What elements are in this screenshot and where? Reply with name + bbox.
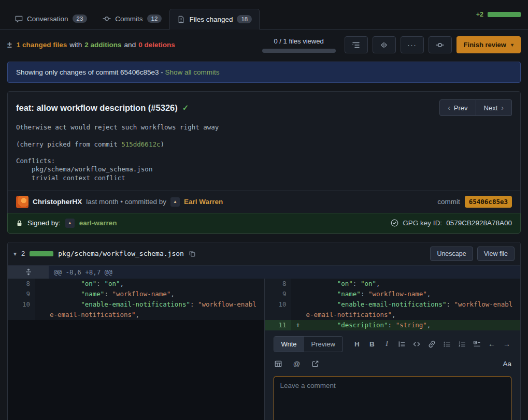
signer-avatar[interactable]: ▲ [65,219,75,228]
new-code-line: "enable-email-notifications": "workflow-… [305,299,521,320]
next-label: Next [484,104,498,112]
task-list-icon[interactable] [472,339,481,349]
finish-review-label: Finish review [464,41,506,49]
bullet-list-icon[interactable] [442,339,451,349]
comment-icon [15,15,23,23]
files-viewed-progress: 0 / 1 files viewed [262,37,336,53]
line-marker [291,299,305,320]
view-file-button[interactable]: View file [477,247,515,261]
numbered-list-icon[interactable] [457,339,466,349]
tab-conversation-label: Conversation [27,15,68,23]
line-marker [35,320,49,330]
markdown-toolbar: H B I [352,339,511,349]
quote-icon[interactable] [397,339,407,349]
table-icon[interactable] [274,359,283,369]
tab-commits[interactable]: Commits 12 [95,8,169,29]
commit-panel: feat: allow workflow description (#5326)… [7,91,521,213]
finish-review-button[interactable]: Finish review ▾ [456,36,521,53]
files-viewed-bar [262,49,336,53]
inline-comment-row: Write Preview H B I [8,330,520,420]
lock-icon [16,220,23,227]
caret-down-icon: ▾ [511,42,513,48]
commit-meta-text: last month • committed by [86,198,166,206]
commit-label: commit [437,198,460,206]
old-line-number[interactable]: 10 [8,299,35,320]
plus-minus-icon: ± [7,40,12,50]
new-code-line: "name": "workflow-name", [305,289,521,299]
plain-editor-toggle[interactable]: Aa [503,360,511,368]
commit-icon [103,15,111,23]
new-line-number[interactable]: 9 [264,289,291,299]
line-marker [35,279,49,289]
file-tree-icon [352,41,360,49]
commit-hash-block: commit 65406c85e3 [437,196,512,208]
reference-icon[interactable] [311,359,320,369]
deletions-count: 0 deletions [138,41,175,49]
chevron-left-icon: ‹ [448,104,450,112]
commit-title: feat: allow workflow description (#5326)… [16,103,189,113]
old-code-line: "enable-email-notifications": "workflow-… [49,299,264,320]
link-icon[interactable] [427,339,436,349]
code-icon[interactable] [412,339,421,349]
pr-diff-stats: +2 [476,11,521,18]
commit-meta-row: ChristopherHX last month • committed by … [8,191,520,213]
next-commit-button[interactable]: Next › [476,99,512,116]
gpg-signed-banner: Signed by: ▲ earl-warren GPG key ID: 057… [7,213,521,234]
diff-options-button[interactable]: ··· [401,36,424,53]
pr-files-changed-page: Conversation 23 Commits 12 Files changed… [0,0,528,420]
write-tab[interactable]: Write [274,337,304,352]
file-diffstat-bar [30,251,53,256]
added-code-line: "description": "string", [305,320,521,330]
prev-label: Prev [454,104,468,112]
preview-tab[interactable]: Preview [304,337,343,352]
ellipsis-icon: ··· [407,40,417,49]
expand-hunk-button[interactable] [8,266,49,279]
author-name-link[interactable]: ChristopherHX [33,198,82,206]
committer-avatar[interactable]: ▲ [170,197,180,207]
bold-icon[interactable]: B [367,339,377,349]
copy-path-icon[interactable] [189,250,196,257]
hunk-header-text: @@ -8,6 +8,7 @@ [49,266,520,279]
mention-icon[interactable]: @ [292,359,302,369]
diff-toolbar-actions: 0 / 1 files viewed ··· [262,36,521,53]
prev-commit-button[interactable]: ‹ Prev [439,99,476,116]
author-avatar[interactable] [16,196,28,208]
old-line-number[interactable]: 8 [8,279,35,289]
file-path-link[interactable]: pkg/schema/workflow_schema.json [58,250,184,257]
commit-icon [436,41,444,49]
file-diff-header: ▾ 2 pkg/schema/workflow_schema.json Unes… [8,242,520,265]
new-line-number[interactable]: 10 [264,299,291,320]
commit-header: feat: allow workflow description (#5326)… [8,92,520,118]
unescape-button[interactable]: Unescape [430,247,473,261]
file-diff-panel: ▾ 2 pkg/schema/workflow_schema.json Unes… [7,242,521,420]
review-commit-button[interactable] [429,36,452,53]
unfold-lines-icon [25,268,32,276]
chevron-right-icon: › [501,104,504,112]
commits-count-badge: 12 [147,15,162,23]
comment-input[interactable] [274,376,512,420]
new-line-number[interactable]: 8 [264,279,291,289]
italic-icon[interactable]: I [382,339,392,349]
commit-nav-buttons: ‹ Prev Next › [439,99,512,116]
old-line-number[interactable]: 9 [8,289,35,299]
commit-hash-badge[interactable]: 65406c85e3 [465,196,512,208]
new-line-number[interactable]: 11 [264,320,291,330]
show-all-commits-link[interactable]: Show all commits [165,68,219,76]
file-actions: Unescape View file [430,247,515,261]
fold-file-chevron-down-icon[interactable]: ▾ [13,250,17,257]
changed-files-link[interactable]: 1 changed files [17,41,67,49]
diffstat-bar [488,12,521,17]
line-marker [35,289,49,299]
committer-name-link[interactable]: Earl Warren [184,198,223,206]
tab-conversation[interactable]: Conversation 23 [7,8,95,29]
signer-name-link[interactable]: earl-warren [79,219,117,227]
diff-view-style-button[interactable] [373,36,396,53]
cherry-pick-commit-link[interactable]: 515dd6612c [121,140,160,148]
summary-and-text: and [124,41,136,49]
tab-files-changed[interactable]: Files changed 18 [169,9,260,30]
indent-icon[interactable]: → [502,339,511,349]
file-tree-toggle-button[interactable] [345,36,368,53]
heading-icon[interactable]: H [352,339,362,349]
old-code-placeholder [49,320,264,330]
outdent-icon[interactable]: ← [487,339,496,349]
